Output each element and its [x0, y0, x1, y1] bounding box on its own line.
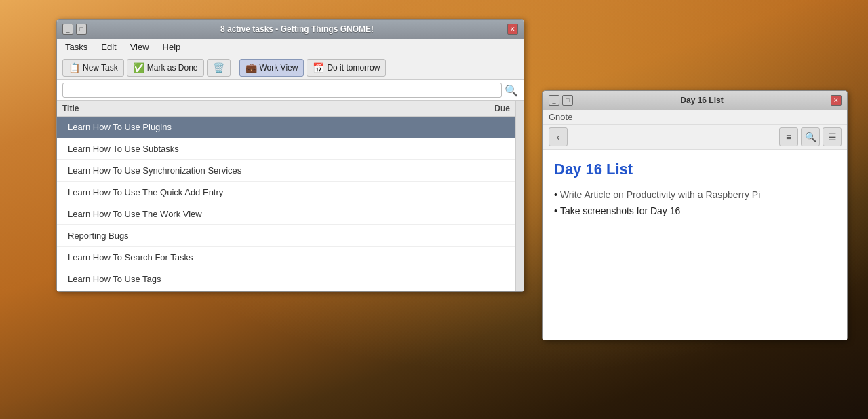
delete-button[interactable]: 🗑️	[207, 59, 231, 77]
task-title: Learn How To Use Plugins	[62, 122, 456, 132]
task-title: Learn How To Use Tags	[62, 274, 456, 284]
col-due-header: Due	[456, 104, 510, 113]
gtg-toolbar: 📋 New Task ✅ Mark as Done 🗑️ 💼 Work View…	[57, 56, 524, 80]
list-item-text: Write Article on Productivity with a Ras…	[560, 189, 760, 200]
task-title: Reporting Bugs	[62, 231, 456, 241]
scrollbar[interactable]	[515, 101, 524, 291]
task-list-header: Title Due	[57, 101, 515, 117]
maximize-button[interactable]: □	[76, 24, 87, 35]
toolbar-separator	[235, 60, 235, 76]
task-title: Learn How To Use Subtasks	[62, 144, 456, 154]
gtg-titlebar: _ □ 8 active tasks - Getting Things GNOM…	[57, 20, 524, 39]
search-clear-icon[interactable]: 🔍	[505, 84, 518, 97]
search-icon: 🔍	[805, 132, 816, 142]
task-row[interactable]: Learn How To Use The Work View	[57, 203, 515, 225]
gnote-close-button[interactable]: ✕	[831, 95, 842, 106]
task-title: Learn How To Use The Quick Add Entry	[62, 187, 456, 197]
gnote-window: _ □ Day 16 List ✕ Gnote ‹ ≡ 🔍 ☰ Day 16	[542, 90, 848, 340]
gnote-search-button[interactable]: 🔍	[801, 127, 820, 146]
gtg-window: _ □ 8 active tasks - Getting Things GNOM…	[56, 19, 524, 292]
gnote-minimize-button[interactable]: _	[549, 95, 559, 106]
gnote-toolbar-right: ≡ 🔍 ☰	[779, 127, 842, 146]
menu-tasks[interactable]: Tasks	[62, 41, 90, 54]
gnote-note-title: Day 16 List	[554, 161, 836, 178]
format-icon: ≡	[786, 132, 791, 142]
task-row[interactable]: Learn How To Use Plugins	[57, 117, 515, 138]
gnote-content: Day 16 List • Write Article on Productiv…	[543, 150, 847, 340]
back-icon: ‹	[557, 132, 560, 142]
new-task-icon: 📋	[68, 62, 80, 73]
gnote-list: • Write Article on Productivity with a R…	[554, 189, 836, 216]
task-list: Title Due Learn How To Use Plugins Learn…	[57, 101, 515, 291]
task-row[interactable]: Learn How To Use The Quick Add Entry	[57, 182, 515, 203]
gnote-window-title: Day 16 List	[573, 96, 831, 105]
col-title-header: Title	[62, 104, 456, 113]
gnote-titlebar: _ □ Day 16 List ✕	[543, 91, 847, 110]
bullet-icon: •	[554, 189, 557, 200]
task-title: Learn How To Use Synchronization Service…	[62, 165, 456, 176]
task-row[interactable]: Learn How To Use Subtasks	[57, 138, 515, 160]
do-tomorrow-icon: 📅	[313, 62, 324, 73]
work-view-button[interactable]: 💼 Work View	[239, 59, 304, 77]
work-view-icon: 💼	[245, 62, 257, 73]
gtg-menubar: Tasks Edit View Help	[57, 39, 524, 56]
new-task-label: New Task	[83, 63, 118, 73]
list-item: • Write Article on Productivity with a R…	[554, 189, 836, 200]
menu-edit[interactable]: Edit	[98, 41, 119, 54]
gtg-close-controls: ✕	[507, 24, 518, 35]
list-item: • Take screenshots for Day 16	[554, 205, 836, 216]
work-view-label: Work View	[260, 63, 298, 73]
task-row[interactable]: Learn How To Use Tags	[57, 268, 515, 290]
mark-done-label: Mark as Done	[147, 63, 198, 73]
mark-done-button[interactable]: ✅ Mark as Done	[127, 59, 204, 77]
mark-done-icon: ✅	[133, 62, 144, 73]
do-tomorrow-label: Do it tomorrow	[327, 63, 380, 73]
new-task-button[interactable]: 📋 New Task	[62, 59, 124, 77]
search-input[interactable]	[62, 83, 502, 98]
gtg-window-controls: _ □	[62, 24, 87, 35]
menu-help[interactable]: Help	[160, 41, 184, 54]
task-title: Learn How To Use The Work View	[62, 209, 456, 219]
gnote-toolbar: ‹ ≡ 🔍 ☰	[543, 125, 847, 150]
task-title: Learn How To Search For Tasks	[62, 252, 456, 262]
do-tomorrow-button[interactable]: 📅 Do it tomorrow	[307, 59, 386, 77]
list-item-text: Take screenshots for Day 16	[560, 205, 680, 216]
search-bar: 🔍	[57, 80, 524, 101]
task-row[interactable]: Learn How To Use Synchronization Service…	[57, 160, 515, 182]
task-list-container: Title Due Learn How To Use Plugins Learn…	[57, 101, 524, 291]
gnote-menu-button[interactable]: ☰	[823, 127, 842, 146]
gnote-maximize-button[interactable]: □	[562, 95, 573, 106]
gtg-window-title: 8 active tasks - Getting Things GNOME!	[87, 24, 507, 34]
menu-view[interactable]: View	[127, 41, 152, 54]
gnote-back-button[interactable]: ‹	[549, 127, 568, 146]
task-row[interactable]: Learn How To Search For Tasks	[57, 247, 515, 268]
task-row[interactable]: Reporting Bugs	[57, 225, 515, 247]
bullet-icon: •	[554, 205, 557, 216]
minimize-button[interactable]: _	[62, 24, 73, 35]
gnote-app-bar: Gnote	[543, 110, 847, 125]
menu-icon: ☰	[828, 132, 837, 142]
gnote-app-label: Gnote	[549, 112, 572, 122]
delete-icon: 🗑️	[213, 62, 224, 73]
gnote-format-button[interactable]: ≡	[779, 127, 798, 146]
gnote-window-controls: _ □	[549, 95, 573, 106]
gnote-close-controls: ✕	[831, 95, 842, 106]
close-button[interactable]: ✕	[507, 24, 518, 35]
